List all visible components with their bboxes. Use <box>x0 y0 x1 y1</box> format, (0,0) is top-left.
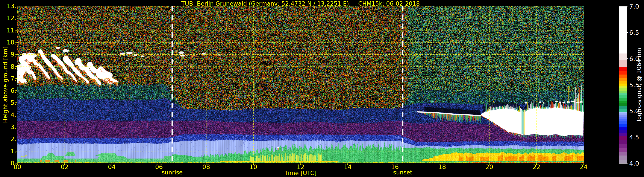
figure: TUB: Berlin Grunewald (Germany; 52.4732 … <box>0 0 644 177</box>
y-tick-label: 6. <box>0 88 16 94</box>
y-tick-mark <box>16 163 17 163</box>
y-tick-label: 2. <box>0 136 16 142</box>
y-tick-mark <box>16 151 17 151</box>
colorbar-tick-label: 4.0 <box>629 160 639 167</box>
y-tick-mark <box>16 6 17 6</box>
y-tick-label: 1. <box>0 148 16 154</box>
y-tick-label: 10. <box>0 40 16 46</box>
y-tick-mark <box>16 115 17 115</box>
x-tick-mark <box>112 163 112 165</box>
y-tick-mark <box>16 66 17 67</box>
y-tick-mark <box>16 139 17 139</box>
sunset-annotation: sunset <box>384 169 422 176</box>
y-tick-mark <box>16 30 17 31</box>
x-tick-mark <box>206 163 206 165</box>
colorbar-tick-label: 4.5 <box>629 134 639 140</box>
y-tick-label: 11. <box>0 28 16 34</box>
sunrise-annotation: sunrise <box>153 169 192 176</box>
x-tick-mark <box>395 163 395 165</box>
x-tick-mark <box>536 163 537 165</box>
heatmap-canvas <box>18 6 584 163</box>
y-tick-label: 5. <box>0 100 16 106</box>
x-tick-mark <box>584 163 584 165</box>
y-tick-label: 12. <box>0 15 16 21</box>
x-tick-mark <box>442 163 442 165</box>
x-axis-label: Time [UTC] <box>18 170 584 176</box>
y-tick-label: 3. <box>0 124 16 130</box>
x-tick-mark <box>348 163 348 165</box>
y-tick-mark <box>16 90 17 91</box>
colorbar-tick-mark <box>627 111 628 111</box>
y-tick-mark <box>16 18 17 18</box>
colorbar-tick-label: 6.5 <box>629 30 639 36</box>
y-axis-label: Height above ground [km] <box>2 46 8 123</box>
y-tick-mark <box>16 54 17 55</box>
colorbar-tick-mark <box>627 32 628 33</box>
colorbar-tick-mark <box>627 85 628 85</box>
y-tick-mark <box>16 42 17 43</box>
x-tick-mark <box>64 163 65 165</box>
x-tick-mark <box>489 163 490 165</box>
y-tick-label: 9. <box>0 52 16 58</box>
colorbar-label: log(rc-signal) @ 1064 nm <box>636 48 642 121</box>
y-tick-mark <box>16 102 17 103</box>
x-tick-mark <box>159 163 159 165</box>
colorbar-tick-mark <box>627 6 628 7</box>
colorbar-gradient <box>619 6 627 164</box>
colorbar-tick-mark <box>627 137 628 137</box>
y-tick-label: 7. <box>0 76 16 82</box>
x-tick-mark <box>17 163 18 165</box>
y-tick-mark <box>16 78 17 79</box>
y-tick-label: 4. <box>0 112 16 118</box>
x-tick-mark <box>253 163 254 165</box>
y-tick-label: 13. <box>0 3 16 9</box>
colorbar-tick-mark <box>627 163 628 163</box>
y-tick-label: 8. <box>0 64 16 70</box>
colorbar-tick-label: 7.0 <box>629 4 639 10</box>
y-tick-mark <box>16 127 17 127</box>
colorbar-tick-mark <box>627 58 628 59</box>
x-tick-mark <box>300 163 301 165</box>
